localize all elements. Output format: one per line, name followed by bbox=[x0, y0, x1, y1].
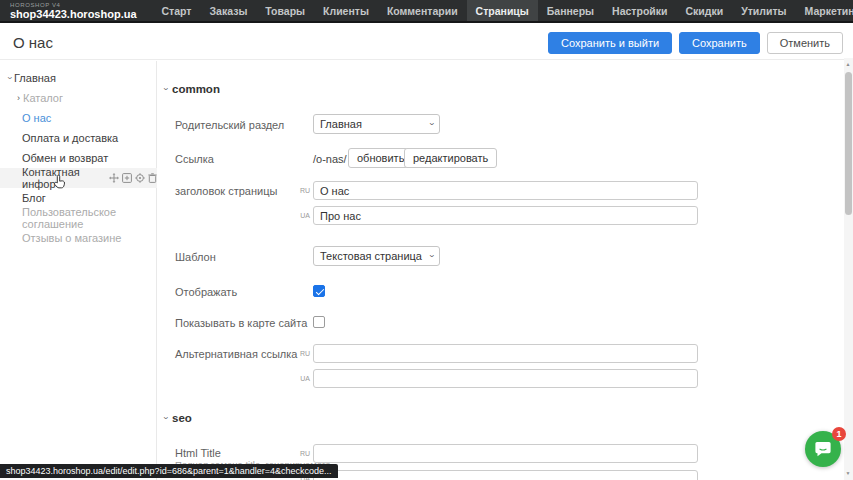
page-title: О нас bbox=[13, 34, 53, 51]
save-and-exit-button[interactable]: Сохранить и выйти bbox=[548, 32, 672, 54]
lang-ru-tag: RU bbox=[299, 350, 310, 357]
move-icon[interactable] bbox=[109, 173, 119, 183]
pages-tree-sidebar: › Главная › Каталог О нас Оплата и доста… bbox=[0, 61, 157, 480]
template-value: Текстовая страница bbox=[320, 250, 422, 262]
tree-item-oplata[interactable]: Оплата и доставка bbox=[0, 128, 157, 148]
tree-item-label: Каталог bbox=[23, 92, 63, 104]
page-title-ua-input[interactable] bbox=[313, 206, 698, 225]
tree-item-soglashenie[interactable]: Пользовательское соглашение bbox=[0, 208, 157, 228]
gear-icon[interactable] bbox=[135, 173, 145, 183]
menu-item-products[interactable]: Товары bbox=[256, 0, 314, 21]
tree-item-label: Контактная инфор bbox=[22, 166, 104, 190]
menu-item-discounts[interactable]: Скидки bbox=[677, 0, 733, 21]
sitemap-checkbox[interactable] bbox=[313, 316, 325, 328]
page-header: О нас Сохранить и выйти Сохранить Отмени… bbox=[0, 25, 853, 60]
lang-ua-tag: UA bbox=[299, 212, 310, 219]
tree-item-blog[interactable]: Блог bbox=[0, 188, 157, 208]
alt-link-ru-input[interactable] bbox=[313, 344, 698, 363]
tree-item-obmen[interactable]: Обмен и возврат bbox=[0, 148, 157, 168]
menu-item-comments[interactable]: Комментарии bbox=[378, 0, 467, 21]
logo-version-label: HOROSHOP V4 bbox=[10, 2, 137, 8]
section-seo-header[interactable]: › seo bbox=[164, 412, 192, 424]
link-edit-button[interactable]: редактировать bbox=[404, 148, 497, 168]
section-common-label: common bbox=[172, 83, 220, 95]
scrollbar-down-arrow-icon[interactable]: ▼ bbox=[844, 468, 852, 478]
top-navigation-bar: HOROSHOP V4 shop34423.horoshop.ua Старт … bbox=[0, 0, 853, 23]
lang-ua-tag: UA bbox=[299, 375, 310, 382]
alt-link-label: Альтернативная ссылка bbox=[175, 348, 297, 360]
display-checkbox[interactable] bbox=[313, 285, 325, 297]
link-label: Ссылка bbox=[175, 153, 214, 165]
add-icon[interactable] bbox=[122, 173, 132, 183]
html-title-label: Html Title bbox=[175, 447, 221, 459]
tree-item-label: О нас bbox=[22, 112, 51, 124]
menu-item-start[interactable]: Старт bbox=[153, 0, 201, 21]
chevron-down-icon[interactable]: › bbox=[5, 73, 14, 83]
menu-item-utilities[interactable]: Утилиты bbox=[732, 0, 795, 21]
scrollbar-up-arrow-icon[interactable]: ▲ bbox=[844, 59, 852, 69]
trash-icon[interactable] bbox=[148, 173, 157, 183]
page-title-ru-input[interactable] bbox=[313, 181, 698, 200]
template-label: Шаблон bbox=[175, 251, 216, 263]
chevron-down-icon: › bbox=[164, 413, 167, 423]
tree-item-label: Главная bbox=[14, 72, 56, 84]
html-title-ru-input[interactable] bbox=[313, 444, 698, 463]
tree-item-label: Пользовательское соглашение bbox=[22, 206, 157, 230]
tree-item-kontaktnaya[interactable]: Контактная инфор bbox=[0, 168, 157, 188]
chevron-down-icon: › bbox=[427, 123, 437, 126]
menu-item-orders[interactable]: Заказы bbox=[201, 0, 257, 21]
alt-link-ua-input[interactable] bbox=[313, 369, 698, 388]
tree-item-label: Блог bbox=[22, 192, 46, 204]
tree-item-label: Оплата и доставка bbox=[22, 132, 118, 144]
chevron-down-icon: › bbox=[427, 255, 437, 258]
cancel-button[interactable]: Отменить bbox=[767, 32, 843, 54]
parent-section-select[interactable]: Главная › bbox=[313, 114, 440, 134]
section-common-header[interactable]: › common bbox=[164, 83, 220, 95]
admin-window: HOROSHOP V4 shop34423.horoshop.ua Старт … bbox=[0, 0, 853, 480]
scrollbar-thumb[interactable] bbox=[845, 72, 852, 215]
page-title-label: заголовок страницы bbox=[175, 185, 277, 197]
chat-bubble-icon bbox=[814, 440, 832, 458]
chevron-down-icon: › bbox=[164, 84, 167, 94]
tree-item-label: Обмен и возврат bbox=[22, 152, 108, 164]
logo-domain-label: shop34423.horoshop.ua bbox=[10, 9, 137, 20]
lang-ru-tag: RU bbox=[299, 450, 310, 457]
main-menu: Старт Заказы Товары Клиенты Комментарии … bbox=[153, 0, 853, 21]
menu-item-pages[interactable]: Страницы bbox=[467, 0, 538, 21]
chevron-right-icon[interactable]: › bbox=[14, 93, 23, 103]
tree-item-otzyvy[interactable]: Отзывы о магазине bbox=[0, 228, 157, 248]
tree-item-o-nas[interactable]: О нас bbox=[0, 108, 157, 128]
save-button[interactable]: Сохранить bbox=[679, 32, 760, 54]
html-title-ua-input[interactable] bbox=[313, 470, 698, 480]
tree-item-katalog[interactable]: › Каталог bbox=[0, 88, 157, 108]
chat-unread-badge: 1 bbox=[832, 427, 846, 441]
parent-section-value: Главная bbox=[320, 118, 362, 130]
section-seo-label: seo bbox=[172, 412, 192, 424]
menu-item-marketing[interactable]: Маркетинг bbox=[796, 0, 853, 21]
tree-item-glavnaya[interactable]: › Главная bbox=[0, 68, 157, 88]
parent-section-label: Родительский раздел bbox=[175, 119, 284, 131]
logo[interactable]: HOROSHOP V4 shop34423.horoshop.ua bbox=[10, 2, 137, 20]
browser-status-url: shop34423.horoshop.ua/edit/edit.php?id=6… bbox=[0, 464, 338, 478]
link-value: /o-nas/ bbox=[313, 153, 347, 165]
template-select[interactable]: Текстовая страница › bbox=[313, 246, 440, 266]
menu-item-banners[interactable]: Баннеры bbox=[538, 0, 603, 21]
tree-item-label: Отзывы о магазине bbox=[22, 232, 121, 244]
menu-item-settings[interactable]: Настройки bbox=[603, 0, 676, 21]
display-label: Отображать bbox=[175, 286, 237, 298]
page-edit-form: › common Родительский раздел Главная › С… bbox=[158, 61, 845, 480]
menu-item-clients[interactable]: Клиенты bbox=[314, 0, 378, 21]
lang-ru-tag: RU bbox=[299, 187, 310, 194]
sitemap-label: Показывать в карте сайта bbox=[175, 317, 307, 329]
